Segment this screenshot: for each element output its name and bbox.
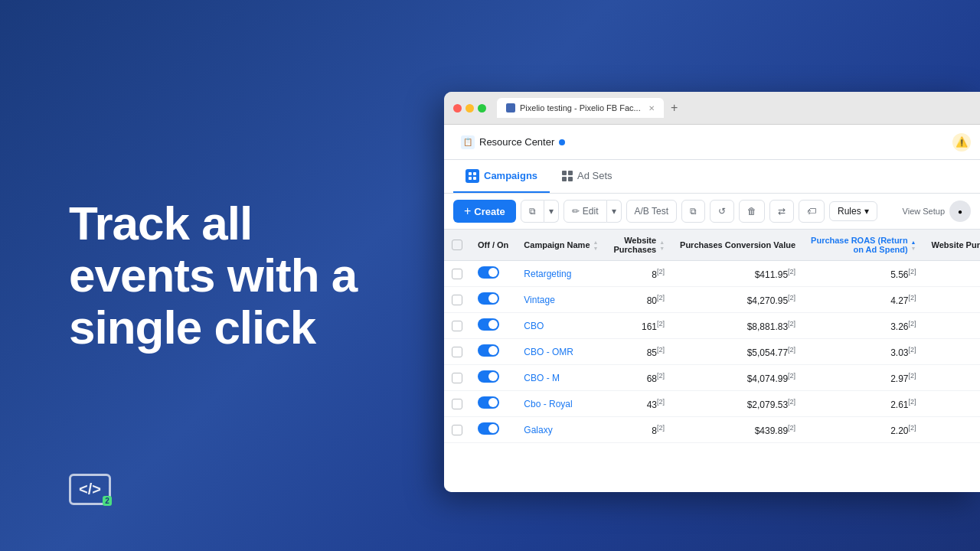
campaign-toggle[interactable] [478,318,499,331]
browser-tab[interactable]: Pixelio testing - Pixelio FB Fac... ✕ [497,98,664,118]
close-button[interactable] [453,104,462,112]
website-purchases-conv-label: Website Purchases Convers... [932,240,980,249]
svg-rect-0 [469,172,472,175]
purchase-roas-header: Purchase ROAS (Returnon Ad Spend) ▲▼ [803,230,923,261]
row-checkbox-cell[interactable] [444,287,470,313]
campaign-nav: Campaigns Ad Sets [444,160,980,194]
campaign-name-sort[interactable]: ▲▼ [593,240,599,251]
campaign-toggle[interactable] [478,370,499,383]
logo-number: 2 [103,496,112,506]
create-button[interactable]: Create [453,200,516,223]
view-setup-button[interactable]: View Setup [903,206,945,217]
adsets-nav-item[interactable]: Ad Sets [550,160,625,193]
purchase-roas-sort[interactable]: ▲▼ [911,240,916,251]
row-toggle-cell[interactable] [470,417,516,443]
edit-button[interactable]: ✏ Edit [564,200,607,223]
row-purchases-cell: 8[2] [606,417,672,443]
traffic-lights [453,104,486,112]
row-name-cell: Cbo - Royal [516,391,606,417]
row-checkbox-cell[interactable] [444,365,470,391]
row-checkbox-cell[interactable] [444,339,470,365]
website-purchases-label: WebsitePurchases [613,236,656,254]
campaign-link[interactable]: CBO - OMR [524,347,573,357]
row-checkbox[interactable] [452,347,462,357]
svg-rect-3 [473,177,476,180]
campaign-toggle[interactable] [478,292,499,305]
table-row: Galaxy 8[2] $439.89[2] 2.20[2] $43 [444,417,980,443]
duplicate-dropdown[interactable]: ▾ [544,200,559,223]
campaign-link[interactable]: Retargeting [524,269,571,279]
select-all-header[interactable] [444,230,470,261]
row-purchases-cell: 43[2] [606,391,672,417]
undo-button[interactable]: ↺ [710,200,734,223]
resource-center[interactable]: 📋 Resource Center [453,131,573,154]
campaign-link[interactable]: Vintage [524,295,554,305]
campaign-toggle[interactable] [478,422,499,435]
edit-group: ✏ Edit ▾ [564,200,622,223]
campaign-link[interactable]: CBO [524,321,544,331]
row-checkbox-cell[interactable] [444,391,470,417]
campaign-toggle[interactable] [478,344,499,357]
warning-icon[interactable]: ⚠️ [952,133,971,152]
row-website-conv-cell: $8.88 [924,313,980,339]
copy-button[interactable]: ⧉ [681,200,705,223]
row-purchases-cell: 80[2] [606,287,672,313]
row-website-conv-cell: $5.05 [924,339,980,365]
tab-close-icon[interactable]: ✕ [648,104,655,112]
rules-button[interactable]: Rules ▾ [829,201,877,221]
row-toggle-cell[interactable] [470,313,516,339]
row-checkbox[interactable] [452,425,462,435]
website-purchases-sort[interactable]: ▲▼ [659,240,665,251]
select-all-checkbox[interactable] [452,240,462,250]
row-roas-cell: 2.20[2] [803,417,923,443]
ab-test-button[interactable]: A/B Test [626,200,677,223]
row-purchases-cell: 8[2] [606,261,672,287]
row-checkbox[interactable] [452,269,462,279]
row-roas-cell: 3.26[2] [803,313,923,339]
minimize-button[interactable] [466,104,474,112]
row-checkbox-cell[interactable] [444,313,470,339]
more-button[interactable]: ⇄ [769,200,794,223]
edit-dropdown[interactable]: ▾ [607,200,622,223]
toggle-header: Off / On [470,230,516,261]
row-roas-cell: 5.56[2] [803,261,923,287]
campaigns-table: Off / On Campaign Name ▲▼ [444,230,980,443]
campaign-link[interactable]: Cbo - Royal [524,399,572,409]
maximize-button[interactable] [478,104,486,112]
row-website-conv-cell: $43 [924,417,980,443]
row-toggle-cell[interactable] [470,339,516,365]
row-checkbox-cell[interactable] [444,417,470,443]
row-toggle-cell[interactable] [470,365,516,391]
duplicate-group: ⧉ ▾ [521,200,559,223]
row-conv-value-cell: $5,054.77[2] [672,339,803,365]
row-checkbox-cell[interactable] [444,261,470,287]
resource-center-icon: 📋 [461,135,475,149]
row-name-cell: CBO [516,313,606,339]
website-purchases-header: WebsitePurchases ▲▼ [606,230,672,261]
campaign-toggle[interactable] [478,266,499,279]
row-name-cell: Vintage [516,287,606,313]
delete-button[interactable]: 🗑 [739,200,765,223]
campaign-link[interactable]: Galaxy [524,425,552,435]
row-checkbox[interactable] [452,295,462,305]
row-toggle-cell[interactable] [470,287,516,313]
tag-button[interactable]: 🏷 [799,200,825,223]
row-checkbox[interactable] [452,373,462,383]
row-conv-value-cell: $8,881.83[2] [672,313,803,339]
hero-line3: single click [69,301,315,354]
purchase-roas-label: Purchase ROAS (Returnon Ad Spend) [811,236,908,254]
table-row: Cbo - Royal 43[2] $2,079.53[2] 2.61[2] $… [444,391,980,417]
new-tab-button[interactable]: + [667,100,682,116]
row-toggle-cell[interactable] [470,391,516,417]
campaigns-nav-item[interactable]: Campaigns [453,160,550,193]
duplicate-button[interactable]: ⧉ [521,200,544,223]
row-checkbox[interactable] [452,321,462,331]
tab-label: Pixelio testing - Pixelio FB Fac... [520,103,641,112]
campaign-link[interactable]: CBO - M [524,373,560,383]
row-checkbox[interactable] [452,399,462,409]
off-on-label: Off / On [478,240,508,249]
adsets-icon [562,171,573,181]
table-row: CBO - M 68[2] $4,074.99[2] 2.97[2] $4.07 [444,365,980,391]
campaign-toggle[interactable] [478,396,499,409]
row-toggle-cell[interactable] [470,261,516,287]
